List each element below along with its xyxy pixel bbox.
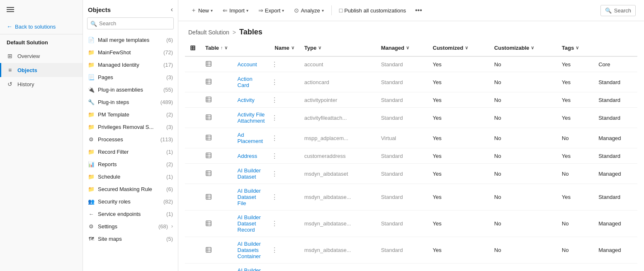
list-item[interactable]: 📁Schedule(1) — [83, 170, 178, 183]
svg-rect-8 — [206, 97, 211, 102]
list-item[interactable]: 📁PM Template(2) — [83, 108, 178, 121]
table-row[interactable]: AI Builder Dataset Record⋮msdyn_aibdatas… — [185, 211, 637, 237]
col-select-all[interactable]: ⊞ — [185, 40, 200, 56]
row-table-name[interactable]: Action Card — [233, 72, 270, 92]
more-options-button[interactable]: ••• — [412, 4, 425, 17]
nav-item-overview[interactable]: ⊞ Overview — [0, 49, 83, 63]
row-customized: No — [489, 128, 557, 148]
middle-search-input[interactable] — [87, 17, 174, 29]
table-row[interactable]: AI Builder Feedback Loop⋮msdyn_aibfeedb.… — [185, 264, 637, 271]
toolbar-search-icon: 🔍 — [605, 7, 612, 14]
table-row[interactable]: AI Builder Dataset File⋮msdyn_aibdatase.… — [185, 184, 637, 211]
left-navigation: ← Back to solutions Default Solution ⊞ O… — [0, 0, 83, 271]
analyze-button[interactable]: ⊙ Analyze ▾ — [290, 5, 328, 16]
breadcrumb-link[interactable]: Default Solution — [188, 29, 229, 36]
hamburger-menu[interactable] — [0, 0, 83, 19]
row-more-options[interactable]: ⋮ — [270, 211, 299, 237]
nav-item-history[interactable]: ↺ History — [0, 77, 83, 91]
col-table[interactable]: Table ↑ ∨ — [200, 40, 233, 56]
list-item[interactable]: 📁Privileges Removal S...(3) — [83, 121, 178, 133]
row-table-name[interactable]: Activity — [233, 92, 270, 108]
row-more-options[interactable]: ⋮ — [270, 184, 299, 211]
row-more-options[interactable]: ⋮ — [270, 164, 299, 184]
table-row-icon — [205, 194, 212, 200]
breadcrumb-separator: > — [233, 29, 236, 36]
table-row[interactable]: Activity⋮activitypointerStandardYesNoYes… — [185, 92, 637, 108]
customizable-sort-icon: ∨ — [531, 45, 534, 51]
list-item[interactable]: 📃Pages(3) — [83, 71, 178, 83]
list-item[interactable]: 📁MainFewShot(72) — [83, 46, 178, 58]
new-button[interactable]: ＋ New ▾ — [187, 4, 217, 17]
nav-item-objects[interactable]: ≡ Objects — [0, 63, 83, 77]
row-type: Standard — [376, 92, 428, 108]
row-more-options[interactable]: ⋮ — [270, 148, 299, 164]
col-managed[interactable]: Managed ∨ — [376, 40, 428, 56]
col-name[interactable]: Name ∨ — [270, 40, 299, 56]
row-table-name[interactable]: Ad Placement — [233, 128, 270, 148]
list-item-label: PM Template — [98, 111, 163, 118]
col-customizable-label: Customizable — [494, 45, 530, 51]
row-table-name[interactable]: Account — [233, 56, 270, 72]
row-table-name[interactable]: Address — [233, 148, 270, 164]
row-tags: Standard — [593, 148, 637, 164]
list-item[interactable]: ⚙Processes(113) — [83, 133, 178, 145]
list-item[interactable]: 📊Reports(2) — [83, 158, 178, 170]
list-item[interactable]: 📁Secured Masking Rule(6) — [83, 183, 178, 195]
list-item[interactable]: 👥Security roles(82) — [83, 195, 178, 208]
col-customized[interactable]: Customized ∨ — [428, 40, 489, 56]
table-row[interactable]: Ad Placement⋮mspp_adplacem...VirtualYesN… — [185, 128, 637, 148]
row-more-options[interactable]: ⋮ — [270, 56, 299, 72]
list-item[interactable]: 🔧Plug-in steps(489) — [83, 96, 178, 108]
list-item[interactable]: ⚙Settings(68)› — [83, 220, 178, 232]
row-more-options[interactable]: ⋮ — [270, 264, 299, 271]
table-row[interactable]: Address⋮customeraddressStandardYesNoYesS… — [185, 148, 637, 164]
list-item-label: Managed Identity — [98, 62, 160, 68]
list-item[interactable]: ←Service endpoints(1) — [83, 208, 178, 220]
middle-panel-title: Objects — [88, 6, 111, 13]
row-table-name[interactable]: AI Builder Dataset File — [233, 184, 270, 211]
name-sort-icon: ∨ — [291, 45, 294, 51]
top-toolbar: ＋ New ▾ ⇐ Import ▾ ⇒ Export ▾ ⊙ Analyze … — [178, 0, 644, 21]
row-more-options[interactable]: ⋮ — [270, 108, 299, 128]
list-item[interactable]: 📁Record Filter(1) — [83, 145, 178, 158]
table-row[interactable]: Account⋮accountStandardYesNoYesCore — [185, 56, 637, 72]
row-table-name[interactable]: AI Builder Dataset — [233, 164, 270, 184]
table-row[interactable]: Action Card⋮actioncardStandardYesNoYesSt… — [185, 72, 637, 92]
export-icon: ⇒ — [258, 7, 263, 14]
collapse-panel-icon[interactable]: ‹ — [171, 6, 173, 13]
row-more-options[interactable]: ⋮ — [270, 72, 299, 92]
row-customizable: Yes — [557, 92, 593, 108]
customized-sort-icon: ∨ — [465, 45, 468, 51]
list-item-expand-icon[interactable]: › — [171, 223, 173, 229]
col-customizable[interactable]: Customizable ∨ — [489, 40, 557, 56]
nav-item-objects-label: Objects — [17, 67, 37, 73]
row-more-options[interactable]: ⋮ — [270, 92, 299, 108]
list-item[interactable]: 🗺Site maps(5) — [83, 232, 178, 245]
list-item[interactable]: 🔌Plug-in assemblies(55) — [83, 83, 178, 96]
col-tags[interactable]: Tags ∨ — [557, 40, 593, 56]
import-button[interactable]: ⇐ Import ▾ — [219, 5, 253, 16]
list-item-icon: 👥 — [88, 198, 95, 205]
row-icon-cell — [200, 184, 233, 211]
row-more-options[interactable]: ⋮ — [270, 128, 299, 148]
table-row[interactable]: AI Builder Dataset⋮msdyn_aibdatasetStand… — [185, 164, 637, 184]
col-type[interactable]: Type ∨ — [299, 40, 376, 56]
table-header-row: ⊞ Table ↑ ∨ Name ∨ — [185, 40, 637, 56]
table-row[interactable]: AI Builder Datasets Container⋮msdyn_aibd… — [185, 237, 637, 264]
list-item-icon: 📁 — [88, 123, 95, 130]
row-table-name[interactable]: Activity File Attachment — [233, 108, 270, 128]
row-table-name[interactable]: AI Builder Feedback Loop — [233, 264, 270, 271]
row-table-name[interactable]: AI Builder Datasets Container — [233, 237, 270, 264]
col-customized-label: Customized — [433, 45, 464, 51]
row-type: Standard — [376, 72, 428, 92]
list-item[interactable]: 📄Mail merge templates(6) — [83, 34, 178, 46]
row-table-name[interactable]: AI Builder Dataset Record — [233, 211, 270, 237]
toolbar-search[interactable]: 🔍 Search — [600, 5, 636, 16]
row-customized: No — [489, 237, 557, 264]
table-row[interactable]: Activity File Attachment⋮activityfileatt… — [185, 108, 637, 128]
back-to-solutions-link[interactable]: ← Back to solutions — [0, 19, 83, 34]
row-more-options[interactable]: ⋮ — [270, 237, 299, 264]
publish-button[interactable]: □ Publish all customizations — [335, 5, 410, 16]
export-button[interactable]: ⇒ Export ▾ — [254, 5, 289, 16]
list-item[interactable]: 📁Managed Identity(17) — [83, 58, 178, 71]
